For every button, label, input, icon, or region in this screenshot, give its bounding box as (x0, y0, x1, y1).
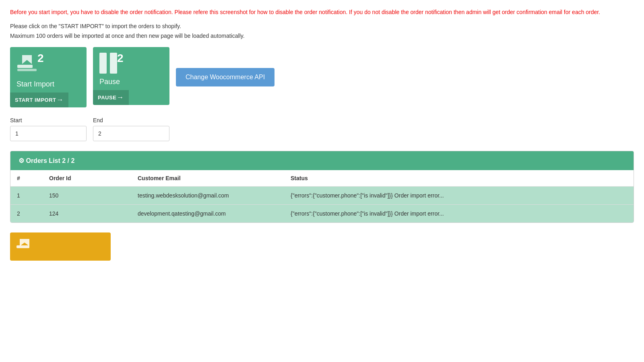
bottom-card-icon (17, 239, 33, 255)
end-field-group: End (93, 117, 169, 141)
warning-text: Before you start import, you have to dis… (10, 8, 634, 16)
col-header-email: Customer Email (131, 170, 284, 187)
info-text-1: Please click on the "START IMPORT" to im… (10, 23, 634, 29)
col-header-orderid: Order Id (43, 170, 131, 187)
col-header-hash: # (10, 170, 43, 187)
table-cell-email-1: testing.webdesksolution@gmail.com (131, 187, 284, 205)
pause-count: 2 (117, 53, 124, 64)
start-import-footer-label: START IMPORT (15, 97, 56, 103)
table-header-row: # Order Id Customer Email Status (10, 170, 634, 187)
pause-card-top: 2 (93, 47, 130, 78)
info-text-2: Maximum 100 orders will be imported at o… (10, 33, 634, 39)
table-row: 1150testing.webdesksolution@gmail.com{"e… (10, 187, 634, 205)
pause-arrow: → (116, 93, 124, 102)
svg-rect-2 (17, 69, 37, 71)
start-import-count: 2 (37, 53, 44, 64)
table-cell-order_id-2: 124 (43, 205, 131, 223)
table-cell-status-1: {"errors":{"customer.phone":["is invalid… (284, 187, 634, 205)
end-input[interactable] (93, 126, 169, 141)
col-header-status: Status (284, 170, 634, 187)
change-woocommerce-api-button[interactable]: Change Woocommerce API (176, 68, 275, 86)
end-label: End (93, 117, 169, 123)
start-field-group: Start (10, 117, 87, 141)
start-import-title: Start Import (10, 80, 61, 93)
orders-title: ⚙ Orders List 2 / 2 (19, 157, 74, 165)
pause-footer-label: PAUSE (98, 95, 116, 101)
table-row: 2124development.qatesting@gmail.com{"err… (10, 205, 634, 223)
start-import-card-top: 2 (10, 47, 50, 80)
pause-footer: PAUSE → (93, 90, 129, 105)
import-icon (17, 53, 37, 76)
orders-header: ⚙ Orders List 2 / 2 (10, 151, 634, 170)
pause-button[interactable]: 2 Pause PAUSE → (93, 47, 169, 105)
svg-rect-3 (17, 245, 29, 248)
svg-rect-0 (17, 65, 33, 68)
bottom-card (10, 232, 111, 261)
table-cell-email-2: development.qatesting@gmail.com (131, 205, 284, 223)
table-cell-index-1: 1 (10, 187, 43, 205)
range-form: Start End (10, 117, 634, 141)
pause-icon (99, 53, 117, 74)
action-buttons-row: 2 Start Import START IMPORT → 2 Pause PA… (10, 47, 634, 107)
orders-table: # Order Id Customer Email Status 1150tes… (10, 170, 634, 222)
start-import-footer: START IMPORT → (10, 93, 68, 107)
table-cell-status-2: {"errors":{"customer.phone":["is invalid… (284, 205, 634, 223)
start-import-arrow: → (56, 96, 64, 104)
pause-title: Pause (93, 78, 126, 90)
table-cell-order_id-1: 150 (43, 187, 131, 205)
start-label: Start (10, 117, 87, 123)
svg-marker-4 (20, 239, 29, 246)
orders-section: ⚙ Orders List 2 / 2 # Order Id Customer … (10, 151, 634, 223)
start-import-button[interactable]: 2 Start Import START IMPORT → (10, 47, 87, 107)
table-cell-index-2: 2 (10, 205, 43, 223)
svg-marker-1 (22, 55, 32, 64)
start-input[interactable] (10, 126, 87, 141)
